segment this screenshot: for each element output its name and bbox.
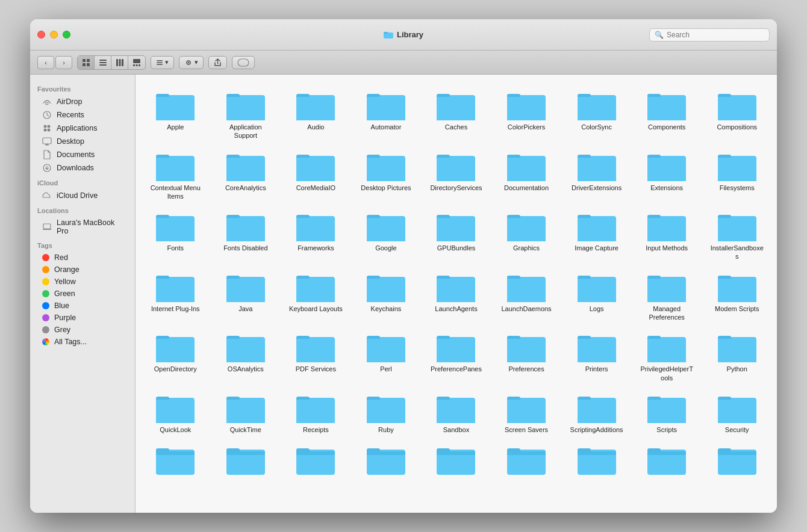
folder-item-pdf-services[interactable]: PDF Services xyxy=(281,326,351,387)
svg-rect-9 xyxy=(116,59,118,66)
forward-button[interactable]: › xyxy=(55,56,72,69)
folder-item-privilegedhelpertools[interactable]: PrivilegedHelperTools xyxy=(632,326,702,387)
file-grid-container[interactable]: Apple Application Support Audio xyxy=(136,75,777,513)
folder-item-preferencepanes[interactable]: PreferencePanes xyxy=(421,326,491,387)
sidebar-item-icloud-drive[interactable]: iCloud Drive xyxy=(33,189,132,202)
folder-item-empty-54[interactable] xyxy=(140,439,211,480)
folder-item-empty-59[interactable] xyxy=(491,439,562,480)
icon-view-button[interactable] xyxy=(78,56,95,69)
folder-item-internet-plug-ins[interactable]: Internet Plug-Ins xyxy=(140,266,211,327)
tag-button[interactable] xyxy=(232,56,255,69)
action-button[interactable]: ▾ xyxy=(179,56,204,69)
folder-item-python[interactable]: Python xyxy=(702,326,772,387)
back-button[interactable]: ‹ xyxy=(37,56,54,69)
sidebar-item-airdrop[interactable]: AirDrop xyxy=(33,95,132,108)
folder-item-logs[interactable]: Logs xyxy=(561,266,632,327)
folder-item-java[interactable]: Java xyxy=(211,266,281,327)
folder-item-scripts[interactable]: Scripts xyxy=(632,387,702,439)
sidebar-item-all-tags[interactable]: All Tags... xyxy=(33,336,132,348)
search-bar[interactable]: 🔍 xyxy=(649,28,770,42)
folder-icon xyxy=(226,331,265,362)
folder-item-fonts-disabled[interactable]: Fonts Disabled xyxy=(211,205,281,266)
sidebar-item-downloads[interactable]: Downloads xyxy=(33,161,132,175)
folder-item-apple[interactable]: Apple xyxy=(140,84,211,145)
folder-item-compositions[interactable]: Compositions xyxy=(702,84,772,145)
folder-item-filesystems[interactable]: Filesystems xyxy=(702,145,772,206)
folder-item-coremediaio[interactable]: CoreMediaIO xyxy=(281,145,351,206)
folder-item-fonts[interactable]: Fonts xyxy=(140,205,211,266)
icon-view-icon xyxy=(82,58,90,67)
maximize-button[interactable] xyxy=(63,31,70,39)
folder-item-ruby[interactable]: Ruby xyxy=(351,387,422,439)
folder-item-caches[interactable]: Caches xyxy=(421,84,491,145)
sidebar-item-tag-green[interactable]: Green xyxy=(33,288,132,300)
folder-item-application-support[interactable]: Application Support xyxy=(211,84,281,145)
folder-item-quicklook[interactable]: QuickLook xyxy=(140,387,211,439)
search-input[interactable] xyxy=(667,31,764,39)
folder-item-opendirectory[interactable]: OpenDirectory xyxy=(140,326,211,387)
sidebar-item-tag-yellow[interactable]: Yellow xyxy=(33,276,132,288)
folder-item-components[interactable]: Components xyxy=(632,84,702,145)
folder-item-preferences[interactable]: Preferences xyxy=(491,326,562,387)
sidebar-item-tag-red[interactable]: Red xyxy=(33,252,132,264)
folder-item-printers[interactable]: Printers xyxy=(561,326,632,387)
folder-item-frameworks[interactable]: Frameworks xyxy=(281,205,351,266)
folder-item-empty-57[interactable] xyxy=(351,439,422,480)
folder-item-image-capture[interactable]: Image Capture xyxy=(561,205,632,266)
folder-item-audio[interactable]: Audio xyxy=(281,84,351,145)
folder-item-graphics[interactable]: Graphics xyxy=(491,205,562,266)
folder-item-gpubundles[interactable]: GPUBundles xyxy=(421,205,491,266)
folder-item-security[interactable]: Security xyxy=(702,387,772,439)
sidebar-item-documents[interactable]: Documents xyxy=(33,148,132,161)
sidebar-item-tag-orange[interactable]: Orange xyxy=(33,264,132,276)
folder-item-documentation[interactable]: Documentation xyxy=(491,145,562,206)
folder-label: Ruby xyxy=(378,425,394,434)
close-button[interactable] xyxy=(37,31,45,39)
folder-item-empty-56[interactable] xyxy=(281,439,351,480)
folder-item-managed-preferences[interactable]: Managed Preferences xyxy=(632,266,702,327)
sidebar-item-recents[interactable]: Recents xyxy=(33,108,132,122)
folder-item-google[interactable]: Google xyxy=(351,205,422,266)
folder-item-colorsync[interactable]: ColorSync xyxy=(561,84,632,145)
folder-item-sandbox[interactable]: Sandbox xyxy=(421,387,491,439)
sidebar-item-desktop[interactable]: Desktop xyxy=(33,135,132,148)
sidebar-item-tag-blue[interactable]: Blue xyxy=(33,300,132,312)
folder-item-extensions[interactable]: Extensions xyxy=(632,145,702,206)
folder-item-launchdaemons[interactable]: LaunchDaemons xyxy=(491,266,562,327)
list-view-button[interactable] xyxy=(95,56,111,69)
sidebar-item-macbook[interactable]: Laura's MacBook Pro xyxy=(33,217,132,237)
folder-item-automator[interactable]: Automator xyxy=(351,84,422,145)
folder-item-osanalytics[interactable]: OSAnalytics xyxy=(211,326,281,387)
folder-item-quicktime[interactable]: QuickTime xyxy=(211,387,281,439)
arrange-button[interactable]: ▾ xyxy=(151,56,174,69)
folder-item-input-methods[interactable]: Input Methods xyxy=(632,205,702,266)
folder-item-colorpickers[interactable]: ColorPickers xyxy=(491,84,562,145)
folder-item-launchagents[interactable]: LaunchAgents xyxy=(421,266,491,327)
folder-item-empty-61[interactable] xyxy=(632,439,702,480)
share-button[interactable] xyxy=(208,56,227,69)
sidebar-item-tag-purple[interactable]: Purple xyxy=(33,312,132,324)
folder-item-keyboard-layouts[interactable]: Keyboard Layouts xyxy=(281,266,351,327)
folder-item-driverextensions[interactable]: DriverExtensions xyxy=(561,145,632,206)
folder-item-desktop-pictures[interactable]: Desktop Pictures xyxy=(351,145,422,206)
folder-item-scriptingadditions[interactable]: ScriptingAdditions xyxy=(561,387,632,439)
folder-icon xyxy=(507,89,546,120)
sidebar-item-applications[interactable]: Applications xyxy=(33,122,132,135)
folder-item-empty-58[interactable] xyxy=(421,439,491,480)
minimize-button[interactable] xyxy=(50,31,58,39)
folder-item-screen-savers[interactable]: Screen Savers xyxy=(491,387,562,439)
folder-item-contextual-menu-items[interactable]: Contextual Menu Items xyxy=(140,145,211,206)
gallery-view-button[interactable] xyxy=(128,56,145,69)
sidebar-item-tag-grey[interactable]: Grey xyxy=(33,324,132,336)
column-view-button[interactable] xyxy=(111,56,128,69)
folder-item-empty-55[interactable] xyxy=(211,439,281,480)
folder-item-empty-62[interactable] xyxy=(702,439,772,480)
folder-item-coreanalytics[interactable]: CoreAnalytics xyxy=(211,145,281,206)
folder-item-keychains[interactable]: Keychains xyxy=(351,266,422,327)
folder-item-modem-scripts[interactable]: Modem Scripts xyxy=(702,266,772,327)
folder-item-empty-60[interactable] xyxy=(561,439,632,480)
folder-item-directoryservices[interactable]: DirectoryServices xyxy=(421,145,491,206)
folder-item-receipts[interactable]: Receipts xyxy=(281,387,351,439)
folder-item-perl[interactable]: Perl xyxy=(351,326,422,387)
folder-item-installersandboxes[interactable]: InstallerSandboxes xyxy=(702,205,772,266)
